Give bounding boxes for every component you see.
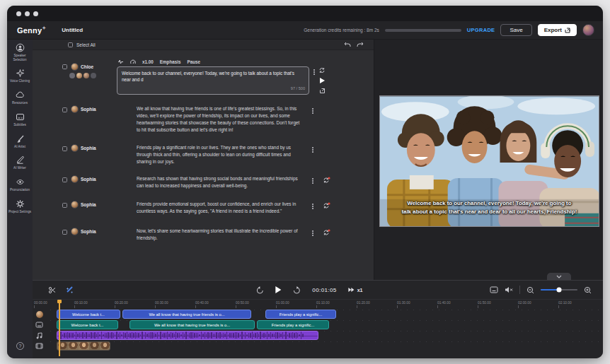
script-text[interactable]: Friends provide emotional support, boost… [137, 201, 302, 215]
emotion-icon[interactable] [69, 73, 75, 78]
voice-clip[interactable]: We all know that having true friends is … [122, 310, 251, 319]
ruler-label: 00:40.00 [195, 301, 209, 305]
redo-icon[interactable] [357, 42, 364, 48]
skip-back-icon[interactable] [255, 286, 264, 294]
regenerate-icon[interactable] [318, 67, 326, 74]
save-button[interactable]: Save [500, 24, 531, 36]
pause-button[interactable]: Pause [188, 59, 201, 64]
block-menu-kebab[interactable] [310, 107, 316, 115]
zoom-out-icon[interactable] [526, 286, 534, 294]
voice-style-icon[interactable] [76, 73, 82, 78]
window-close-button[interactable] [16, 11, 21, 16]
speaker-avatar[interactable] [71, 201, 79, 209]
voice-style-icon[interactable] [84, 73, 89, 78]
window-zoom-button[interactable] [33, 11, 38, 16]
ruler-label: 01:00.00 [276, 301, 289, 305]
block-menu-kebab[interactable] [311, 68, 317, 76]
block-checkbox[interactable] [62, 64, 67, 69]
window-minimize-button[interactable] [25, 11, 30, 16]
split-scissors-icon[interactable] [48, 286, 57, 294]
speaker-avatar[interactable] [71, 63, 79, 71]
skip-forward-icon[interactable] [292, 286, 301, 294]
regenerate-needed-icon[interactable] [323, 202, 330, 209]
document-title[interactable]: Untitled [62, 27, 83, 33]
script-text[interactable]: Friends play a significant role in our l… [137, 144, 302, 165]
zoom-slider-knob[interactable] [557, 288, 562, 293]
voice-track-icon[interactable] [34, 310, 45, 319]
regenerate-needed-icon[interactable] [323, 229, 330, 236]
play-button[interactable] [275, 286, 281, 293]
sidebar-item-resources[interactable]: Resources [7, 87, 33, 109]
speaker-name[interactable]: Chloe [81, 64, 93, 69]
block-menu-kebab[interactable] [310, 177, 316, 185]
speaker-avatar[interactable] [71, 144, 79, 152]
subtitle-track: Welcome back t...We all know that having… [45, 320, 602, 329]
block-checkbox[interactable] [62, 107, 67, 112]
playhead[interactable] [59, 300, 60, 356]
speaker-avatar[interactable] [71, 175, 79, 183]
script-text[interactable]: Now, let's share some heartwarming stori… [137, 228, 302, 242]
sidebar-item-voice-cloning[interactable]: Voice Cloning [7, 65, 33, 87]
subtitle-clip[interactable]: Friends play a signific... [257, 320, 329, 329]
subtitle-clip[interactable]: We all know that having true friends is … [130, 320, 255, 329]
emphasis-button[interactable]: Emphasis [160, 59, 181, 64]
voice-option-icons[interactable] [69, 73, 96, 78]
select-all-checkbox[interactable] [68, 42, 73, 47]
sidebar-item-speaker-selection[interactable]: Speaker Selection [7, 40, 33, 65]
voice-clip[interactable]: Welcome back t... [57, 310, 120, 319]
speaker-name[interactable]: Sophia [81, 107, 96, 112]
block-checkbox[interactable] [62, 203, 67, 208]
help-button[interactable]: ? [16, 342, 24, 350]
speed-value[interactable]: x1.00 [142, 59, 154, 64]
video-clip[interactable] [57, 341, 110, 351]
block-menu-kebab[interactable] [310, 146, 316, 154]
window-titlebar[interactable] [7, 6, 603, 21]
speaker-name[interactable]: Sophia [81, 146, 96, 151]
block-menu-kebab[interactable] [310, 202, 316, 211]
upgrade-link[interactable]: UPGRADE [467, 27, 495, 33]
mute-icon[interactable] [505, 286, 513, 293]
voice-effects-icon[interactable] [117, 59, 124, 65]
magic-tool-icon[interactable] [65, 286, 74, 294]
script-text[interactable]: Research has shown that having strong so… [137, 175, 302, 189]
speed-icon[interactable] [130, 59, 136, 65]
script-text[interactable]: We all know that having true friends is … [137, 105, 302, 134]
voice-style-icon[interactable] [91, 73, 96, 78]
genny-logo[interactable]: Genny✦ [17, 25, 46, 35]
block-checkbox[interactable] [62, 230, 67, 235]
block-menu-kebab[interactable] [310, 229, 316, 237]
sidebar-item-ai-writer[interactable]: AI Writer [7, 152, 33, 174]
sidebar-item-pronunciation[interactable]: Pronunciation [7, 174, 33, 196]
script-text-input[interactable]: Welcome back to our channel, everyone! T… [117, 66, 309, 95]
export-icon [565, 28, 570, 33]
sidebar-item-subtitles[interactable]: Subtitles [7, 109, 33, 131]
playback-speed-control[interactable]: x1 [348, 287, 363, 293]
timeline-layout-icon[interactable] [490, 286, 498, 293]
play-block-button[interactable] [320, 78, 325, 83]
speaker-name[interactable]: Sophia [81, 229, 96, 234]
speaker-name[interactable]: Sophia [81, 202, 96, 207]
zoom-in-icon[interactable] [584, 286, 592, 294]
share-block-icon[interactable] [319, 88, 326, 94]
subtitle-track-icon[interactable] [34, 320, 45, 329]
regenerate-needed-icon[interactable] [323, 177, 330, 184]
music-track-icon[interactable] [34, 331, 45, 340]
voice-clip[interactable]: Friends play a signific... [265, 310, 336, 319]
undo-icon[interactable] [344, 42, 351, 48]
block-checkbox[interactable] [62, 177, 67, 182]
video-track-icon[interactable] [34, 341, 45, 351]
speaker-avatar[interactable] [71, 105, 79, 113]
sidebar-item-project-settings[interactable]: Project Settings [7, 196, 33, 218]
export-button[interactable]: Export [538, 24, 577, 36]
music-clip[interactable] [57, 331, 318, 340]
speaker-name[interactable]: Sophia [81, 177, 96, 182]
speaker-avatar[interactable] [71, 228, 79, 235]
user-avatar[interactable] [582, 24, 594, 36]
block-checkbox[interactable] [62, 146, 67, 151]
sidebar-item-ai-artist[interactable]: AI Artist [7, 131, 33, 153]
timeline-zoom-slider[interactable] [541, 289, 577, 291]
collapse-preview-tab[interactable] [547, 273, 571, 280]
subtitle-clip[interactable]: Welcome back t... [57, 320, 118, 329]
video-preview[interactable]: Welcome back to our channel, everyone! T… [379, 95, 599, 227]
timeline-ruler[interactable]: 00:00.0000:10.0000:20.0000:30.0000:40.00… [33, 300, 603, 308]
